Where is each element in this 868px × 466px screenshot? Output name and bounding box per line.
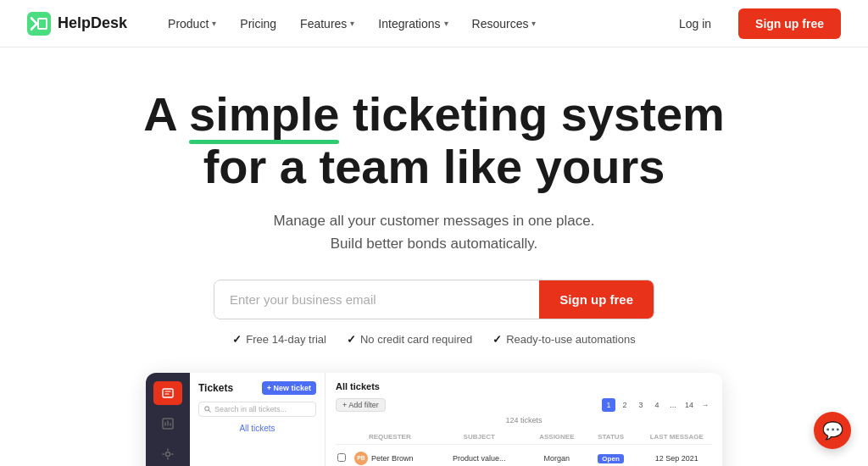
page-1[interactable]: 1 xyxy=(602,398,615,412)
tickets-panel-title: Tickets xyxy=(198,382,233,394)
ticket-count: 124 tickets xyxy=(336,416,712,424)
signup-nav-button[interactable]: Sign up free xyxy=(738,8,841,39)
nav-links: Product ▾ Pricing Features ▾ Integration… xyxy=(158,10,665,37)
all-tickets-link[interactable]: All tickets xyxy=(198,424,316,433)
page-2[interactable]: 2 xyxy=(618,398,632,412)
sidebar-settings-icon[interactable] xyxy=(153,442,182,466)
status-badge: Open xyxy=(587,454,635,463)
ticket-search-box[interactable]: Search in all tickets... xyxy=(198,402,316,417)
assignee-cell: Morgan xyxy=(533,454,581,463)
add-filter-button[interactable]: + Add filter xyxy=(336,398,386,412)
preview-sidebar xyxy=(146,373,190,466)
table-row[interactable]: PB Peter Brown Product value... Morgan O… xyxy=(336,448,712,466)
hero-subtitle: Manage all your customer messages in one… xyxy=(27,209,841,255)
main-content-header: All tickets xyxy=(336,381,712,391)
hero-title-highlight: simple xyxy=(189,88,339,141)
app-preview: Tickets + New ticket Search in all ticke… xyxy=(27,373,841,466)
nav-features[interactable]: Features ▾ xyxy=(290,10,364,37)
subject-cell: Product value... xyxy=(432,454,526,463)
chat-bubble[interactable]: 💬 xyxy=(814,412,851,449)
chevron-down-icon: ▾ xyxy=(531,19,536,28)
chevron-down-icon: ▾ xyxy=(444,19,448,28)
hero-title: A simple ticketing system for a team lik… xyxy=(103,88,765,192)
check-icon: ✓ xyxy=(232,333,242,346)
logo-link[interactable]: HelpDesk xyxy=(27,12,127,36)
trust-badge-automations: ✓ Ready-to-use automations xyxy=(492,333,635,346)
new-ticket-button[interactable]: + New ticket xyxy=(262,381,316,395)
nav-resources[interactable]: Resources ▾ xyxy=(462,10,547,37)
preview-main-content: All tickets + Add filter 1 2 3 4 ... 14 … xyxy=(326,373,722,466)
page-ellipsis: ... xyxy=(666,398,680,412)
preview-tickets-panel: Tickets + New ticket Search in all ticke… xyxy=(190,373,326,466)
pagination: 1 2 3 4 ... 14 → xyxy=(602,398,712,412)
main-title: All tickets xyxy=(336,381,380,391)
nav-product[interactable]: Product ▾ xyxy=(158,10,226,37)
ticket-search-placeholder: Search in all tickets... xyxy=(214,405,287,413)
svg-line-11 xyxy=(209,410,210,412)
chevron-down-icon: ▾ xyxy=(350,19,354,28)
check-icon: ✓ xyxy=(347,333,356,346)
svg-rect-2 xyxy=(163,389,173,397)
page-next-arrow[interactable]: → xyxy=(698,398,712,412)
nav-pricing[interactable]: Pricing xyxy=(230,10,287,37)
chevron-down-icon: ▾ xyxy=(212,19,216,28)
nav-integrations[interactable]: Integrations ▾ xyxy=(368,10,458,37)
page-14[interactable]: 14 xyxy=(682,398,696,412)
logo-text: HelpDesk xyxy=(58,14,127,32)
login-button[interactable]: Log in xyxy=(665,10,725,37)
nav-actions: Log in Sign up free xyxy=(665,8,841,39)
last-message-cell: 12 Sep 2021 xyxy=(641,454,712,463)
trust-badges: ✓ Free 14-day trial ✓ No credit card req… xyxy=(27,333,841,346)
page-3[interactable]: 3 xyxy=(634,398,648,412)
navbar: HelpDesk Product ▾ Pricing Features ▾ In… xyxy=(0,0,868,47)
table-header: REQUESTER SUBJECT ASSIGNEE STATUS LAST M… xyxy=(336,430,712,445)
hero-section: A simple ticketing system for a team lik… xyxy=(0,47,868,466)
helpdesk-logo-icon xyxy=(27,12,51,36)
requester-cell: PB Peter Brown xyxy=(354,452,426,465)
sidebar-tickets-icon[interactable] xyxy=(153,381,182,405)
email-input[interactable] xyxy=(214,280,539,319)
tickets-panel-header: Tickets + New ticket xyxy=(198,381,316,395)
preview-container: Tickets + New ticket Search in all ticke… xyxy=(146,373,722,466)
avatar: PB xyxy=(354,452,368,465)
signup-hero-button[interactable]: Sign up free xyxy=(539,280,654,319)
email-form: Sign up free xyxy=(214,280,654,319)
trust-badge-trial: ✓ Free 14-day trial xyxy=(232,333,326,346)
row-checkbox[interactable] xyxy=(337,453,346,462)
trust-badge-no-cc: ✓ No credit card required xyxy=(347,333,472,346)
svg-point-9 xyxy=(166,452,170,456)
search-icon xyxy=(204,406,211,413)
page-4[interactable]: 4 xyxy=(650,398,664,412)
chat-icon: 💬 xyxy=(822,420,843,441)
sidebar-reports-icon[interactable] xyxy=(153,412,182,435)
check-icon: ✓ xyxy=(492,333,502,346)
